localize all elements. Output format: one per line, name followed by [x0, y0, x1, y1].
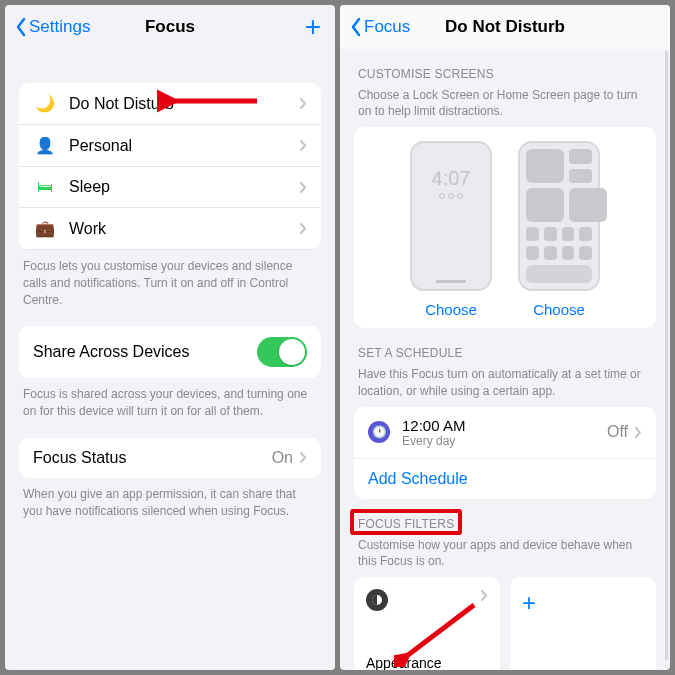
schedule-entry[interactable]: 🕐 12:00 AM Every day Off — [354, 407, 656, 459]
schedule-time: 12:00 AM — [402, 417, 607, 434]
focus-mode-personal[interactable]: 👤 Personal — [19, 125, 321, 167]
content-area: 🌙 Do Not Disturb 👤 Personal 🛏 Sleep 💼 Wo… — [5, 49, 335, 670]
row-label: Focus Status — [33, 449, 272, 467]
chevron-right-icon — [299, 139, 307, 152]
briefcase-icon: 💼 — [33, 219, 57, 238]
content-area: CUSTOMISE SCREENS Choose a Lock Screen o… — [340, 49, 670, 670]
filter-name: Appearance — [366, 655, 488, 670]
share-description: Focus is shared across your devices, and… — [19, 378, 321, 424]
bed-icon: 🛏 — [33, 178, 57, 196]
row-label: Sleep — [69, 178, 299, 196]
filters-desc: Customise how your apps and device behav… — [354, 535, 656, 577]
choose-home-button[interactable]: Choose — [533, 291, 585, 322]
status-description: When you give an app permission, it can … — [19, 478, 321, 524]
back-button[interactable]: Settings — [15, 17, 90, 37]
lock-screen-preview[interactable]: 4:07 Choose — [406, 141, 496, 322]
customise-screens-card: 4:07 Choose — [354, 127, 656, 328]
row-label: Share Across Devices — [33, 343, 257, 361]
schedule-desc: Have this Focus turn on automatically at… — [354, 364, 656, 406]
chevron-right-icon — [480, 589, 488, 602]
focus-mode-do-not-disturb[interactable]: 🌙 Do Not Disturb — [19, 83, 321, 125]
screen-focus-list: Settings Focus + 🌙 Do Not Disturb 👤 Pers… — [5, 5, 335, 670]
focus-modes-list: 🌙 Do Not Disturb 👤 Personal 🛏 Sleep 💼 Wo… — [19, 83, 321, 250]
clock-icon: 🕐 — [368, 421, 390, 443]
focus-mode-sleep[interactable]: 🛏 Sleep — [19, 167, 321, 208]
focus-status-row[interactable]: Focus Status On — [19, 438, 321, 478]
focus-description: Focus lets you customise your devices an… — [19, 250, 321, 312]
add-filter-label: Add Filter — [522, 668, 644, 670]
share-across-devices-card: Share Across Devices — [19, 326, 321, 378]
share-toggle[interactable] — [257, 337, 307, 367]
page-title: Focus — [145, 17, 195, 37]
schedule-header: SET A SCHEDULE — [354, 328, 656, 364]
schedule-card: 🕐 12:00 AM Every day Off Add Schedule — [354, 407, 656, 499]
customise-desc: Choose a Lock Screen or Home Screen page… — [354, 85, 656, 127]
row-label: Personal — [69, 137, 299, 155]
lock-time: 4:07 — [432, 167, 471, 190]
back-label: Settings — [29, 17, 90, 37]
plus-icon: + — [522, 589, 644, 617]
chevron-right-icon — [299, 181, 307, 194]
screen-do-not-disturb: Focus Do Not Disturb CUSTOMISE SCREENS C… — [340, 5, 670, 670]
back-button[interactable]: Focus — [350, 17, 410, 37]
lock-widgets — [439, 193, 463, 199]
home-screen-preview[interactable]: Choose — [514, 141, 604, 322]
customise-header: CUSTOMISE SCREENS — [354, 49, 656, 85]
moon-icon: 🌙 — [33, 94, 57, 113]
row-label: Work — [69, 220, 299, 238]
chevron-left-icon — [350, 17, 362, 37]
schedule-sub: Every day — [402, 434, 607, 448]
chevron-right-icon — [299, 97, 307, 110]
chevron-right-icon — [634, 426, 642, 439]
filter-appearance-card[interactable]: Appearance Set to Dark — [354, 577, 500, 670]
schedule-off-label: Off — [607, 423, 628, 441]
chevron-left-icon — [15, 17, 27, 37]
back-label: Focus — [364, 17, 410, 37]
row-label: Do Not Disturb — [69, 95, 299, 113]
navbar: Focus Do Not Disturb — [340, 5, 670, 49]
focus-mode-work[interactable]: 💼 Work — [19, 208, 321, 250]
focus-status-card: Focus Status On — [19, 438, 321, 478]
filters-header: FOCUS FILTERS — [354, 499, 458, 535]
choose-lock-button[interactable]: Choose — [425, 291, 477, 322]
share-across-devices-row[interactable]: Share Across Devices — [19, 326, 321, 378]
row-value: On — [272, 449, 293, 467]
person-icon: 👤 — [33, 136, 57, 155]
chevron-right-icon — [299, 451, 307, 464]
chevron-right-icon — [299, 222, 307, 235]
navbar: Settings Focus + — [5, 5, 335, 49]
page-title: Do Not Disturb — [445, 17, 565, 37]
add-schedule-button[interactable]: Add Schedule — [354, 459, 656, 499]
appearance-icon — [366, 589, 388, 611]
add-filter-card[interactable]: + Add Filter — [510, 577, 656, 670]
add-focus-button[interactable]: + — [305, 11, 325, 43]
